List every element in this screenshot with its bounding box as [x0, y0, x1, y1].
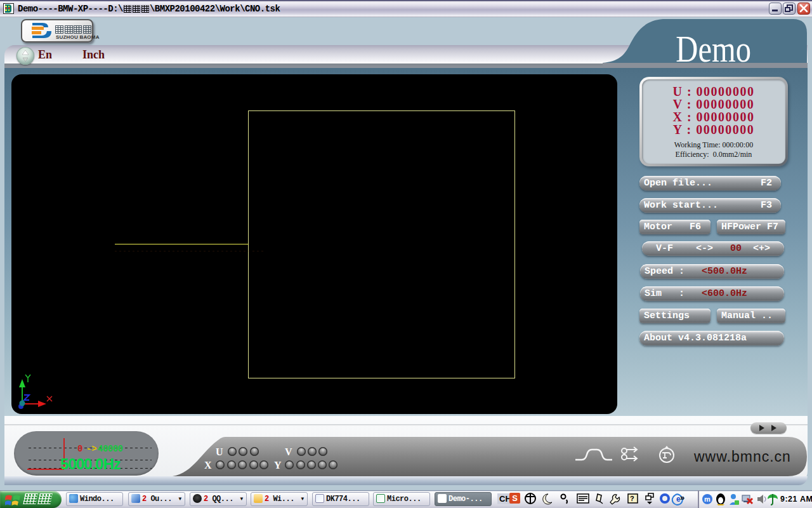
- svg-text:?: ?: [630, 495, 634, 502]
- svg-text:m: m: [704, 495, 710, 503]
